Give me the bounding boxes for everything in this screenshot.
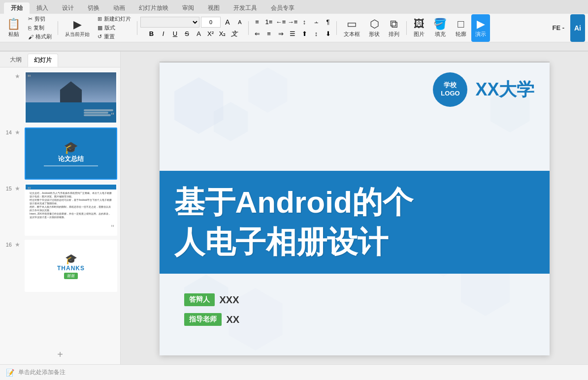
tab-slideshow[interactable]: 幻灯片放映: [132, 2, 175, 14]
subscript-button[interactable]: X₂: [217, 29, 228, 39]
copy-icon: ⎘: [28, 25, 32, 31]
info-row-presenter: 答辩人 XXX: [184, 293, 240, 306]
para-settings-button[interactable]: ¶: [323, 17, 333, 28]
list-item: 16 ★ 🎓 THANKS 谢谢: [3, 240, 117, 292]
fill-button[interactable]: 🪣 填充: [429, 14, 451, 42]
align-right-button[interactable]: ⇒: [275, 29, 286, 39]
italic-button[interactable]: I: [158, 29, 169, 39]
textbox-button[interactable]: ▭ 文本框: [340, 14, 364, 42]
fe-button[interactable]: FE -: [548, 14, 568, 42]
cut-button[interactable]: ✂ 剪切: [25, 15, 55, 23]
presenter-value: XXX: [220, 294, 239, 306]
advisor-label: 指导老师: [184, 313, 222, 326]
sidebar-tab-outline[interactable]: 大纲: [4, 54, 28, 67]
font-family-select[interactable]: [140, 17, 199, 28]
align-middle-button[interactable]: ↕: [311, 29, 322, 39]
slide-thumb-14[interactable]: 🎓 论文总结: [25, 127, 117, 180]
notes-icon: 📝: [6, 369, 14, 377]
insert-group: ▭ 文本框 ⬡ 形状 ⧉ 排列: [340, 14, 403, 42]
sidebar-tabs: 大纲 幻灯片: [0, 52, 120, 67]
advisor-value: XX: [227, 314, 240, 325]
align-top-button[interactable]: ⬆: [299, 29, 310, 39]
slide-thumb-16[interactable]: 🎓 THANKS 谢谢: [25, 240, 117, 292]
shape-icon: ⬡: [370, 18, 379, 31]
new-layout-group: ⊞ 新建幻灯片 ▦ 版式 ↺ 重置: [95, 15, 134, 41]
tab-insert[interactable]: 插入: [30, 2, 55, 14]
svg-rect-0: [0, 42, 588, 51]
bottom-bar: 📝 单击此处添加备注: [0, 364, 588, 380]
align-bottom-button[interactable]: ⬇: [323, 29, 333, 39]
sidebar-tab-slides[interactable]: 幻灯片: [28, 54, 58, 67]
slide16-sub: 谢谢: [64, 273, 78, 279]
slide-thumb-15[interactable]: " 论文总结，Android作为人气手机操作系统受到广泛青睐。本次个人电子相册设…: [25, 184, 117, 236]
paste-group: 📋 粘贴 ✂ 剪切 ⎘ 复制 🖌 格式刷: [3, 14, 55, 42]
add-slide-button[interactable]: +: [0, 345, 120, 364]
ai-button[interactable]: Ai: [570, 14, 585, 42]
font-size-decrease-button[interactable]: A: [234, 17, 245, 28]
new-slide-button[interactable]: ⊞ 新建幻灯片: [95, 15, 134, 23]
align-justify-button[interactable]: ☰: [287, 29, 298, 39]
tab-view[interactable]: 视图: [201, 2, 227, 14]
indent-decrease-button[interactable]: ←≡: [275, 17, 286, 28]
start-from-current-button[interactable]: ▶ 从当前开始: [61, 14, 94, 42]
ribbon-main: 📋 粘贴 ✂ 剪切 ⎘ 复制 🖌 格式刷: [0, 14, 588, 42]
slide-number-14: 14: [3, 127, 12, 137]
align-left-button[interactable]: ⇐: [252, 29, 262, 39]
superscript-button[interactable]: X²: [205, 29, 216, 39]
tab-start[interactable]: 开始: [4, 2, 30, 14]
underline-button[interactable]: U: [170, 29, 181, 39]
tab-design[interactable]: 设计: [55, 2, 81, 14]
arrange-button[interactable]: ⧉ 排列: [385, 14, 403, 42]
outline-button[interactable]: □ 轮廓: [452, 14, 470, 42]
sep5: [406, 21, 407, 35]
slide-canvas[interactable]: 学校 LOGO XX大学 基于Android的个 人电子相册设计 答辩人 XXX: [160, 63, 550, 355]
font-color-button[interactable]: A: [194, 29, 204, 39]
shape-button[interactable]: ⬡ 形状: [365, 14, 384, 42]
bullet-list-button[interactable]: ≡: [252, 17, 262, 28]
slide-star-14: ★: [15, 127, 22, 137]
present-button[interactable]: ▶ 演示: [471, 14, 490, 42]
text-effect-button[interactable]: 文: [229, 29, 240, 39]
font-size-input[interactable]: [201, 17, 221, 28]
slide-thumb-13[interactable]: " ": [25, 71, 117, 124]
paste-button[interactable]: 📋 粘贴: [3, 14, 24, 42]
font-size-increase-button[interactable]: A: [222, 17, 233, 28]
quote-right-13: ": [111, 111, 114, 122]
indent-increase-button[interactable]: →≡: [287, 17, 298, 28]
paste-icon: 📋: [7, 18, 20, 31]
new-slide-icon: ⊞: [98, 16, 102, 22]
slide14-icon: 🎓: [64, 141, 78, 155]
tab-transition[interactable]: 切换: [81, 2, 106, 14]
notes-placeholder[interactable]: 单击此处添加备注: [18, 368, 65, 377]
toolbar: 开始 插入 设计 切换 动画 幻灯片放映 审阅 视图 开发工具 会员专享 📋 粘…: [0, 0, 588, 52]
svg-rect-1: [160, 62, 549, 62]
more-tools-group: 🖼 图片 🪣 填充 □ 轮廓 ▶ 演示: [410, 14, 490, 42]
layout-icon: ▦: [98, 25, 102, 31]
slides-list: ★ ": [0, 67, 120, 345]
tab-animation[interactable]: 动画: [106, 2, 132, 14]
list-item: 15 ★ " 论文总结，Android作为人气手机操作系统受到广泛青睐。本次个人…: [3, 184, 117, 236]
textbox-icon: ▭: [347, 18, 357, 31]
sep1: [58, 21, 58, 35]
strikethrough-button[interactable]: S: [182, 29, 193, 39]
tab-review[interactable]: 审阅: [175, 2, 201, 14]
copy-button[interactable]: ⎘ 复制: [25, 24, 55, 32]
reset-button[interactable]: ↺ 重置: [95, 32, 134, 41]
line-spacing-button[interactable]: ↕: [299, 17, 310, 28]
columns-button[interactable]: ⫠: [311, 17, 322, 28]
main-title: 基于Android的个 人电子相册设计: [174, 183, 535, 262]
picture-button[interactable]: 🖼 图片: [410, 14, 428, 42]
layout-button[interactable]: ▦ 版式: [95, 24, 134, 32]
slide-star-15: ★: [15, 184, 22, 193]
list-item: 14 ★ 🎓 论文总结: [3, 127, 117, 180]
format-copy-button[interactable]: 🖌 格式刷: [25, 32, 55, 41]
bold-button[interactable]: B: [146, 29, 157, 39]
sep2: [137, 21, 137, 35]
align-center-button[interactable]: ≡: [263, 29, 274, 39]
slide-star-13: ★: [15, 71, 22, 81]
main-title-line1: 基于Android的个: [174, 183, 535, 222]
tab-developer[interactable]: 开发工具: [227, 2, 264, 14]
canvas-area[interactable]: 学校 LOGO XX大学 基于Android的个 人电子相册设计 答辩人 XXX: [121, 52, 588, 364]
tab-member[interactable]: 会员专享: [264, 2, 301, 14]
numbered-list-button[interactable]: 1≡: [263, 17, 274, 28]
